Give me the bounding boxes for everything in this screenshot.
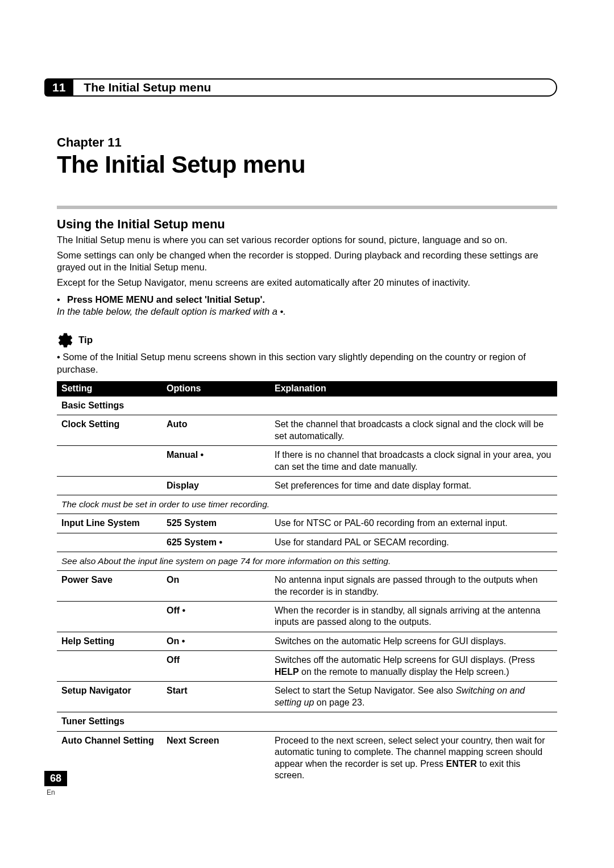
table-row: Manual • If there is no channel that bro… xyxy=(57,446,557,477)
option-explanation: Switches on the automatic Help screens f… xyxy=(270,632,557,650)
option-name: Off • xyxy=(162,602,270,632)
th-options: Options xyxy=(162,381,270,397)
option-name: Start xyxy=(162,682,270,712)
option-name: Display xyxy=(162,477,270,495)
group-row: Basic Settings xyxy=(57,396,557,415)
body-text: The Initial Setup menu is where you can … xyxy=(57,234,557,246)
page-number: 68 xyxy=(44,771,67,786)
running-title: The Initial Setup menu xyxy=(73,78,557,97)
group-basic-settings: Basic Settings xyxy=(57,396,557,415)
table-row: Help Setting On • Switches on the automa… xyxy=(57,632,557,650)
group-tuner-settings: Tuner Settings xyxy=(57,712,557,731)
option-explanation: Proceed to the next screen, select selec… xyxy=(270,731,557,784)
tip-label: Tip xyxy=(78,335,93,346)
th-setting: Setting xyxy=(57,381,162,397)
section-heading: Using the Initial Setup menu xyxy=(57,217,557,232)
option-name: On xyxy=(162,571,270,602)
option-explanation: Set preferences for time and date displa… xyxy=(270,477,557,495)
option-explanation: Use for standard PAL or SECAM recording. xyxy=(270,533,557,552)
table-header-row: Setting Options Explanation xyxy=(57,381,557,397)
table-row: Auto Channel Setting Next Screen Proceed… xyxy=(57,731,557,784)
chapter-label: Chapter 11 xyxy=(57,135,557,150)
italic-note: In the table below, the default option i… xyxy=(57,306,557,317)
table-row: Power Save On No antenna input signals a… xyxy=(57,571,557,602)
th-explanation: Explanation xyxy=(270,381,557,397)
setting-name: Clock Setting xyxy=(57,415,162,446)
setting-name: Input Line System xyxy=(57,514,162,533)
setting-name: Power Save xyxy=(57,571,162,602)
option-name: Next Screen xyxy=(162,731,270,784)
page-language: En xyxy=(47,788,55,796)
option-explanation: Set the channel that broadcasts a clock … xyxy=(270,415,557,446)
body-text: Except for the Setup Navigator, menu scr… xyxy=(57,277,557,289)
setting-name: Setup Navigator xyxy=(57,682,162,712)
group-row: Tuner Settings xyxy=(57,712,557,731)
gear-icon xyxy=(57,332,74,349)
table-row: Display Set preferences for time and dat… xyxy=(57,477,557,495)
table-footnote: See also About the input line system on … xyxy=(57,552,557,571)
table-row: Off Switches off the automatic Help scre… xyxy=(57,651,557,682)
option-name: 525 System xyxy=(162,514,270,533)
option-name: On • xyxy=(162,632,270,650)
table-row: 625 System • Use for standard PAL or SEC… xyxy=(57,533,557,552)
table-row: Off • When the recorder is in standby, a… xyxy=(57,602,557,632)
tip-heading: Tip xyxy=(57,332,557,349)
settings-table: Setting Options Explanation Basic Settin… xyxy=(57,381,557,785)
instruction-bullet: •Press HOME MENU and select 'Initial Set… xyxy=(57,294,557,305)
running-header: 11 The Initial Setup menu xyxy=(44,78,557,97)
option-explanation: When the recorder is in standby, all sig… xyxy=(270,602,557,632)
body-text: Some settings can only be changed when t… xyxy=(57,249,557,273)
option-explanation: Select to start the Setup Navigator. See… xyxy=(270,682,557,712)
option-name: Manual • xyxy=(162,446,270,477)
table-row: Setup Navigator Start Select to start th… xyxy=(57,682,557,712)
table-row: Clock Setting Auto Set the channel that … xyxy=(57,415,557,446)
tip-text: • Some of the Initial Setup menu screens… xyxy=(57,351,557,375)
option-name: 625 System • xyxy=(162,533,270,552)
table-footnote: The clock must be set in order to use ti… xyxy=(57,495,557,514)
setting-name: Help Setting xyxy=(57,632,162,650)
setting-name: Auto Channel Setting xyxy=(57,731,162,784)
table-row: Input Line System 525 System Use for NTS… xyxy=(57,514,557,533)
option-explanation: Switches off the automatic Help screens … xyxy=(270,651,557,682)
option-name: Off xyxy=(162,651,270,682)
chapter-title: The Initial Setup menu xyxy=(57,151,557,178)
divider xyxy=(57,206,557,209)
option-explanation: No antenna input signals are passed thro… xyxy=(270,571,557,602)
chapter-badge: 11 xyxy=(44,78,73,97)
option-explanation: If there is no channel that broadcasts a… xyxy=(270,446,557,477)
option-explanation: Use for NTSC or PAL-60 recording from an… xyxy=(270,514,557,533)
option-name: Auto xyxy=(162,415,270,446)
